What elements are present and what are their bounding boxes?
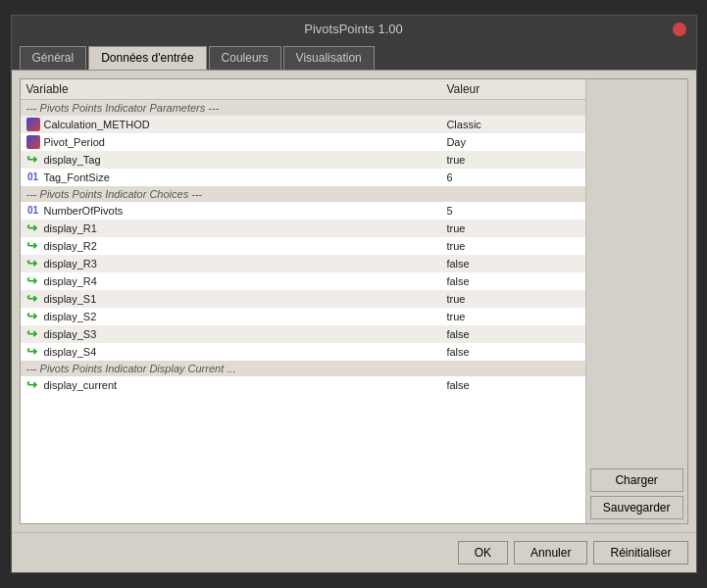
col-variable: Variable [21,79,441,100]
variable-value: true [440,151,584,169]
close-button[interactable] [673,23,686,36]
bool-icon: ↪ [26,292,40,306]
title-bar: PivotsPoints 1.00 [12,16,696,42]
bool-icon: ↪ [26,257,40,270]
table-row[interactable]: ↪display_R1true [21,220,585,237]
variable-value: true [440,290,584,308]
variable-value: false [440,325,584,343]
variable-value: false [440,376,584,394]
variable-value: 6 [440,169,584,186]
variable-value: Classic [440,116,584,133]
variable-name: display_R2 [44,240,97,252]
variable-name: display_S3 [44,328,97,340]
tab-couleurs[interactable]: Couleurs [209,46,281,70]
variable-name: Calculation_METHOD [44,119,150,130]
int-icon: 01 [26,204,40,218]
table-row[interactable]: Calculation_METHODClassic [21,116,585,133]
bool-icon: ↪ [26,274,40,288]
table-row[interactable]: ↪display_Tagtrue [21,151,585,169]
main-window: PivotsPoints 1.00 GénéralDonnées d'entré… [11,15,697,573]
enum-icon [26,118,40,131]
variable-value: 5 [440,202,584,220]
variable-name: display_R1 [44,222,97,234]
variable-name: display_Tag [44,154,101,166]
variable-value: false [440,343,584,361]
int-icon: 01 [26,171,40,184]
enum-icon [26,135,40,149]
bool-icon: ↪ [26,327,40,341]
tab-général[interactable]: Général [20,46,87,70]
bool-icon: ↪ [26,153,40,167]
parameter-table-container: Variable Valeur --- Pivots Points Indica… [20,78,688,524]
bool-icon: ↪ [26,239,40,253]
content-area: Variable Valeur --- Pivots Points Indica… [12,71,696,532]
table-row[interactable]: ↪display_S1true [21,290,585,308]
tab-visualisation[interactable]: Visualisation [283,46,375,70]
variable-name: display_R3 [44,258,97,270]
table-row[interactable]: ↪display_S4false [21,343,585,361]
variable-name: display_S2 [44,311,97,322]
table-row[interactable]: ↪display_S3false [21,325,585,343]
bool-icon: ↪ [26,310,40,323]
table-row[interactable]: ↪display_currentfalse [21,376,585,394]
col-value: Valeur [440,79,584,100]
table-row[interactable]: ↪display_R3false [21,255,585,272]
variable-value: false [440,272,584,290]
tab-bar: GénéralDonnées d'entréeCouleursVisualisa… [12,42,696,71]
variable-name: NumberOfPivots [44,205,124,217]
reset-button[interactable]: Réinitialiser [593,541,687,564]
table-wrapper: Variable Valeur --- Pivots Points Indica… [21,79,585,523]
load-button[interactable]: Charger [590,468,683,492]
bool-icon: ↪ [26,221,40,235]
table-row[interactable]: Pivot_PeriodDay [21,133,585,151]
bottom-bar: OK Annuler Réinitialiser [12,532,696,572]
save-button[interactable]: Sauvegarder [590,496,683,519]
separator-row: --- Pivots Points Indicator Display Curr… [21,361,585,376]
bool-icon: ↪ [26,378,40,392]
variable-name: display_R4 [44,275,97,287]
variable-value: true [440,308,584,325]
table-row[interactable]: 01Tag_FontSize6 [21,169,585,186]
tab-données-d'entrée[interactable]: Données d'entrée [88,46,206,70]
variable-name: display_S4 [44,346,97,358]
window-title: PivotsPoints 1.00 [304,22,402,36]
table-row[interactable]: ↪display_R4false [21,272,585,290]
variable-name: display_current [44,379,118,391]
ok-button[interactable]: OK [458,541,508,564]
table-row[interactable]: ↪display_R2true [21,237,585,255]
variable-name: display_S1 [44,293,97,305]
separator-row: --- Pivots Points Indicator Choices --- [21,186,585,202]
variable-value: false [440,255,584,272]
cancel-button[interactable]: Annuler [514,541,587,564]
table-row[interactable]: 01NumberOfPivots5 [21,202,585,220]
table-row[interactable]: ↪display_S2true [21,308,585,325]
parameter-table: Variable Valeur --- Pivots Points Indica… [21,79,585,394]
variable-value: true [440,237,584,255]
side-buttons-panel: Charger Sauvegarder [585,79,687,523]
variable-value: true [440,220,584,237]
variable-value: Day [440,133,584,151]
variable-name: Pivot_Period [44,136,105,148]
separator-row: --- Pivots Points Indicator Parameters -… [21,100,585,117]
variable-name: Tag_FontSize [44,172,110,183]
bool-icon: ↪ [26,345,40,359]
